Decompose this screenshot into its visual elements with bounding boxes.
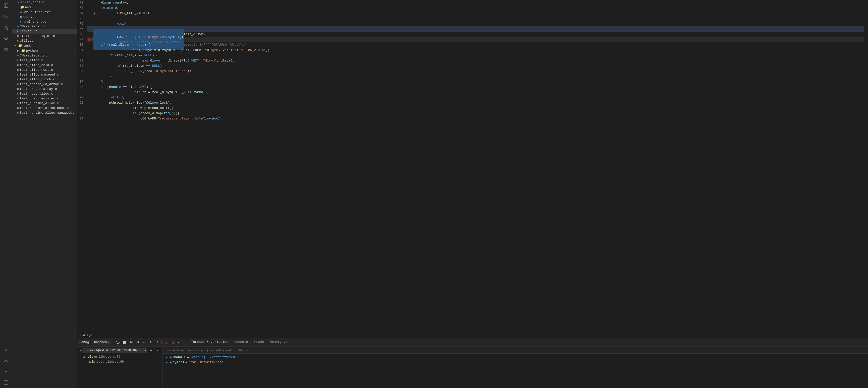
sidebar-item-snreg-tool-c[interactable]: C snreg_tool.c bbox=[12, 0, 77, 5]
debug-icon[interactable] bbox=[2, 35, 9, 42]
svg-point-1 bbox=[4, 15, 7, 18]
search-icon[interactable] bbox=[2, 13, 9, 20]
warning-icon[interactable]: ⚠ bbox=[2, 346, 9, 353]
sidebar-item-test-runtime-alloc-managed-c[interactable]: C test_runtime_alloc_managed.c bbox=[12, 110, 77, 115]
account-icon[interactable] bbox=[2, 357, 9, 364]
frame-dot-icon: ○ bbox=[83, 360, 86, 363]
tab-gdb[interactable]: GDB bbox=[251, 339, 267, 345]
main-area: 72 73 74 75 76 77 78 79 80 81 82 83 84 8… bbox=[78, 0, 868, 388]
sidebar-item-test-runtime-alloc-host-c[interactable]: C test_runtime_alloc_host.c bbox=[12, 106, 77, 110]
eval-input[interactable] bbox=[165, 349, 866, 352]
layout-icon[interactable] bbox=[2, 379, 9, 386]
sidebar-item-test-alloc-hold-c[interactable]: C test_alloc_hold.c bbox=[12, 63, 77, 67]
sidebar-item-test-create-array-c[interactable]: C test_create_array.c bbox=[12, 87, 77, 91]
debug-left-panel: ✓ Thread-1-[test_al...(2238646.2238646) … bbox=[78, 347, 163, 388]
sidebar-item-test-alloc-host-c[interactable]: C test_alloc_host.c bbox=[12, 67, 77, 72]
sidebar-item-test-host-alloc-c[interactable]: C test_host_alloc.c bbox=[12, 91, 77, 96]
thread-selector[interactable]: Thread-1-[test_al...(2238646.2238646) bbox=[82, 348, 148, 353]
h-file-icon: H bbox=[17, 35, 19, 38]
sidebar-item-test-alloc-managed-c[interactable]: C test_alloc_managed.c bbox=[12, 72, 77, 77]
step-over-debug-btn[interactable] bbox=[135, 340, 141, 345]
sidebar-item-cmakelists-root[interactable]: ⚙ CMakeLists.txt bbox=[12, 24, 77, 29]
explorer-icon[interactable] bbox=[2, 2, 9, 9]
var-equals: = bbox=[185, 360, 187, 364]
sidebar-item-test-alloc-c[interactable]: C test_alloc.c bbox=[12, 58, 77, 63]
var-row-symbol: ▶ ◈ symbol = "nvmlInitWithFlags" bbox=[165, 360, 866, 365]
sidebar-item-cmakelists-test[interactable]: ⚙ CMakeLists.txt bbox=[12, 53, 77, 58]
c-file-icon: C bbox=[17, 102, 19, 105]
c-file-icon: C bbox=[17, 83, 19, 86]
sidebar-item-utils-c[interactable]: C utils.c bbox=[12, 38, 77, 43]
variables-section: ▶ ◈ ⊕ handle = {void *} 0x7ffff7ffe2e0 ▶… bbox=[163, 354, 868, 366]
editor-status-bar: ⊗ dlsym bbox=[78, 333, 868, 338]
restart-debug-btn[interactable] bbox=[115, 340, 121, 345]
frame-dlsym[interactable]: ◉ dlsym libvgpu.c:79 bbox=[78, 354, 162, 359]
debug-tab-bar: Threads & Variables Console GDB Memory V… bbox=[188, 339, 294, 345]
sidebar-item-hook-c[interactable]: C hook.c bbox=[12, 14, 77, 19]
cmake-file-icon: ⚙ bbox=[17, 25, 19, 28]
step-into-debug-btn[interactable] bbox=[142, 340, 147, 345]
step-out-debug-btn[interactable] bbox=[148, 340, 153, 345]
continue-debug-btn[interactable] bbox=[128, 340, 134, 345]
sidebar-item-test-alloc-pitch-c[interactable]: C test_alloc_pitch.c bbox=[12, 77, 77, 82]
var-handle-icon: ◈ bbox=[170, 355, 172, 359]
debug-header: Debug Unnamed ✕ bbox=[78, 338, 868, 347]
disconnect-debug-btn[interactable] bbox=[163, 340, 169, 345]
stop-debug-btn[interactable] bbox=[122, 340, 127, 345]
sidebar-item-test-create-3d-array-c[interactable]: C test_create_3d_array.c bbox=[12, 82, 77, 87]
sidebar-item-test-host-register-c[interactable]: C test_host_register.c bbox=[12, 96, 77, 101]
frame-dot-icon: ◉ bbox=[83, 355, 86, 359]
sidebar-item-label: test_host_alloc.c bbox=[20, 92, 53, 96]
breakpoint-dot bbox=[88, 38, 90, 41]
sidebar-item-python-dir[interactable]: ▶ 📁 python bbox=[12, 48, 77, 53]
step-back-debug-btn[interactable] bbox=[154, 340, 160, 345]
code-area[interactable]: dlmap_count++; return 0; } bbox=[87, 0, 868, 333]
thread-check-icon: ✓ bbox=[80, 348, 82, 353]
activity-bar: ⚠ bbox=[0, 0, 12, 388]
folder-open-icon: ▾ 📁 bbox=[16, 5, 24, 9]
c-file-icon: C bbox=[17, 97, 19, 100]
sidebar-item-label: libvgpu.c bbox=[20, 29, 37, 33]
edit-debug-btn[interactable] bbox=[170, 340, 175, 345]
debug-session-tab[interactable]: Unnamed ✕ bbox=[92, 340, 111, 345]
tab-console[interactable]: Console bbox=[231, 339, 251, 345]
frame-main[interactable]: ○ main test_alloc.c:69 bbox=[78, 359, 162, 364]
sidebar-item-cmakelists-nvml[interactable]: ⚙ CMakeLists.txt bbox=[12, 10, 77, 14]
svg-rect-13 bbox=[132, 341, 133, 343]
debug-arrow-icon: → bbox=[89, 26, 91, 32]
sidebar-item-label: static_config.h.in bbox=[20, 34, 55, 38]
sidebar-item-test-dir[interactable]: ▾ 📁 test bbox=[12, 43, 77, 48]
thread-expand-btn[interactable]: ▾ bbox=[155, 348, 160, 353]
more-debug-btn[interactable]: ⋯ bbox=[176, 340, 182, 345]
sidebar-item-label: utils.c bbox=[20, 39, 34, 43]
var-expand-icon[interactable]: ▶ bbox=[166, 355, 170, 359]
debug-session-label: Debug bbox=[80, 340, 89, 344]
tab-memory-view[interactable]: Memory View bbox=[267, 339, 294, 345]
c-file-icon: C bbox=[17, 68, 19, 71]
c-file-icon: C bbox=[17, 107, 19, 110]
gdb-icon bbox=[254, 341, 257, 344]
var-name-handle: handle bbox=[174, 355, 186, 359]
sidebar-item-static-config[interactable]: H static_config.h.in bbox=[12, 34, 77, 38]
thread-filter-btn[interactable]: ⊟ bbox=[149, 348, 154, 353]
git-icon[interactable] bbox=[2, 24, 9, 31]
svg-rect-12 bbox=[123, 341, 126, 344]
c-file-icon: C bbox=[17, 92, 19, 95]
editor-content[interactable]: 72 73 74 75 76 77 78 79 80 81 82 83 84 8… bbox=[78, 0, 868, 333]
debug-right-panel: ▶ ◈ ⊕ handle = {void *} 0x7ffff7ffe2e0 ▶… bbox=[163, 347, 868, 388]
svg-line-2 bbox=[7, 18, 8, 19]
code-line: pthread_mutex_lock(&dlsym_lock); bbox=[87, 100, 864, 105]
sidebar-item-label: CMakeLists.txt bbox=[20, 25, 47, 28]
svg-point-7 bbox=[5, 359, 7, 360]
sidebar-item-libvgpu-c[interactable]: C libvgpu.c bbox=[12, 29, 77, 34]
sidebar-item-label: snreg_tool.c bbox=[21, 0, 44, 4]
c-file-icon: C bbox=[17, 88, 19, 91]
close-session-icon[interactable]: ✕ bbox=[108, 341, 109, 344]
settings-icon[interactable] bbox=[2, 368, 9, 375]
sidebar-item-nvml-entry-c[interactable]: C nvml_entry.c bbox=[12, 19, 77, 24]
sidebar-item-test-runtime-alloc-c[interactable]: C test_runtime_alloc.c bbox=[12, 101, 77, 106]
tab-threads-variables[interactable]: Threads & Variables bbox=[188, 339, 231, 345]
extensions-icon[interactable] bbox=[2, 46, 9, 53]
sidebar-item-nvml-dir[interactable]: ▾ 📁 nvml bbox=[12, 5, 77, 10]
var-expand-icon[interactable]: ▶ bbox=[166, 360, 170, 364]
